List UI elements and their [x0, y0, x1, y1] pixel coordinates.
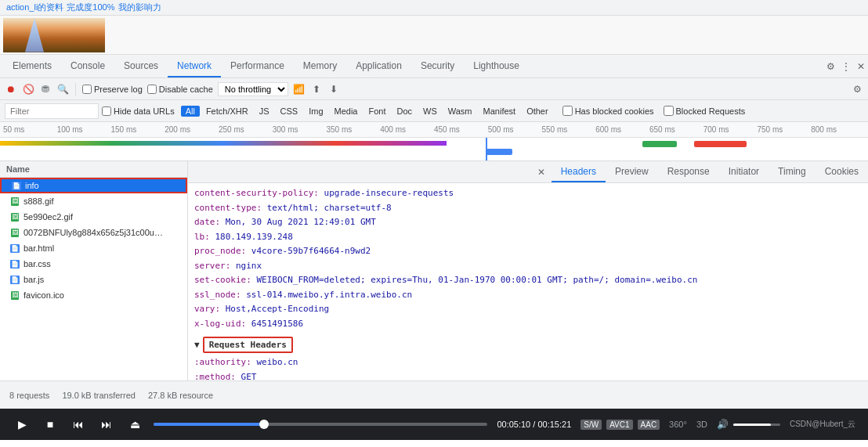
codec-avc1: AVC1: [606, 420, 632, 430]
panel-close-button[interactable]: ✕: [531, 161, 552, 182]
next-button[interactable]: ⏭: [97, 415, 116, 434]
panel-tab-response[interactable]: Response: [658, 161, 719, 182]
mark-600ms: 600 ms: [595, 125, 649, 134]
hide-data-urls-checkbox[interactable]: [102, 106, 111, 116]
panel-tab-preview[interactable]: Preview: [606, 161, 658, 182]
preserve-log-label[interactable]: Preserve log: [82, 85, 143, 94]
header-row-xloguid: x-log-uid: 6451491586: [194, 317, 862, 332]
file-item-barjs[interactable]: 📄 bar.js: [0, 272, 187, 287]
download-icon[interactable]: ⬇: [327, 83, 340, 96]
timeline-area[interactable]: 50 ms 100 ms 150 ms 200 ms 250 ms 300 ms…: [0, 122, 868, 161]
progress-bar[interactable]: [154, 423, 487, 426]
volume-icon[interactable]: 🔊: [717, 419, 729, 430]
request-headers-section[interactable]: ▼ Request Headers: [194, 334, 862, 355]
chip-css[interactable]: CSS: [276, 106, 303, 117]
timeline-bars: [0, 138, 868, 161]
mark-350ms: 350 ms: [327, 125, 381, 134]
settings2-icon[interactable]: ⚙: [851, 83, 863, 96]
timeline-bar-3: [694, 141, 746, 147]
throttle-select[interactable]: No throttling: [218, 82, 288, 96]
play-button[interactable]: ▶: [13, 415, 31, 434]
disable-cache-checkbox[interactable]: [147, 85, 157, 94]
volume-area: 🔊: [717, 419, 780, 430]
chip-doc[interactable]: Doc: [392, 106, 417, 117]
doc-icon-4: 📄: [9, 274, 20, 285]
arrow-icon: ▼: [194, 340, 200, 350]
preserve-log-checkbox[interactable]: [82, 85, 92, 94]
prev-button[interactable]: ⏮: [69, 415, 88, 434]
chip-all[interactable]: All: [181, 106, 200, 117]
chip-font[interactable]: Font: [363, 106, 390, 117]
chip-fetch-xhr[interactable]: Fetch/XHR: [201, 106, 253, 117]
file-item-s888gif[interactable]: 🖼 s888.gif: [0, 193, 187, 209]
tab-performance[interactable]: Performance: [221, 55, 294, 78]
volume-bar[interactable]: [733, 424, 780, 426]
tab-memory[interactable]: Memory: [294, 55, 346, 78]
headers-panel: ✕ Headers Preview Response Initiator Tim…: [188, 161, 868, 380]
upload-icon[interactable]: ⬆: [310, 83, 323, 96]
tab-lighthouse[interactable]: Lighthouse: [464, 55, 529, 78]
chip-js[interactable]: JS: [255, 106, 274, 117]
tab-security[interactable]: Security: [411, 55, 464, 78]
more-icon[interactable]: ⋮: [841, 61, 851, 72]
tab-application[interactable]: Application: [346, 55, 411, 78]
mark-400ms: 400 ms: [380, 125, 434, 134]
tab-console[interactable]: Console: [61, 55, 114, 78]
panel-tab-timing[interactable]: Timing: [769, 161, 816, 182]
mark-750ms: 750 ms: [758, 125, 812, 134]
blocked-requests-checkbox[interactable]: [664, 106, 674, 116]
tab-network[interactable]: Network: [168, 55, 221, 78]
mark-300ms: 300 ms: [273, 125, 327, 134]
chip-manifest[interactable]: Manifest: [479, 106, 521, 117]
mark-100ms: 100 ms: [57, 125, 111, 134]
has-blocked-label[interactable]: Has blocked cookies: [562, 106, 654, 116]
volume-fill: [733, 424, 771, 426]
panel-tabs: ✕ Headers Preview Response Initiator Tim…: [188, 161, 868, 183]
header-row-csp: content-security-policy: upgrade-insecur…: [194, 186, 862, 201]
file-item-barcss[interactable]: 📄 bar.css: [0, 256, 187, 272]
chip-other[interactable]: Other: [522, 106, 553, 117]
filter-input[interactable]: [5, 103, 99, 119]
panel-tab-cookies[interactable]: Cookies: [816, 161, 868, 182]
chip-wasm[interactable]: Wasm: [443, 106, 477, 117]
timeline-cursor: [486, 138, 487, 161]
network-toolbar: ⏺ 🚫 ⛃ 🔍 Preserve log Disable cache No th…: [0, 78, 868, 100]
file-item-0072bn[interactable]: 🖼 0072BNFUly8g884x656z5j31c00u0tdo.jpg?K…: [0, 225, 187, 240]
search-icon[interactable]: 🔍: [56, 83, 69, 96]
hide-data-urls-label[interactable]: Hide data URLs: [102, 106, 175, 116]
status-bar: 8 requests 19.0 kB transferred 27.8 kB r…: [0, 380, 868, 409]
influence-link[interactable]: 我的影响力: [118, 2, 161, 13]
tab-sources[interactable]: Sources: [114, 55, 168, 78]
request-headers-label: Request Headers: [203, 337, 293, 353]
has-blocked-checkbox[interactable]: [562, 106, 573, 116]
settings-icon[interactable]: ⚙: [826, 61, 835, 72]
requests-count: 8 requests: [9, 391, 49, 400]
disable-cache-label[interactable]: Disable cache: [147, 85, 213, 94]
resource-size: 27.8 kB resource: [148, 391, 213, 400]
stop-button[interactable]: ■: [41, 415, 60, 434]
transferred-size: 19.0 kB transferred: [62, 391, 136, 400]
file-name-barhtml: bar.html: [24, 243, 54, 253]
timeline-ruler: 50 ms 100 ms 150 ms 200 ms 250 ms 300 ms…: [0, 122, 868, 138]
mark-200ms: 200 ms: [165, 125, 219, 134]
eject-button[interactable]: ⏏: [125, 415, 144, 434]
file-item-5e990ec2gif[interactable]: 🖼 5e990ec2.gif: [0, 209, 187, 225]
timeline-bar-highlight: [486, 149, 512, 155]
site-name[interactable]: action_li的资料: [6, 2, 63, 13]
record-button[interactable]: ⏺: [5, 83, 17, 96]
three-d-display: 3D: [696, 420, 707, 429]
close-icon[interactable]: ✕: [857, 61, 865, 72]
chip-ws[interactable]: WS: [418, 106, 442, 117]
filter-icon[interactable]: ⛃: [39, 83, 52, 96]
blocked-requests-label[interactable]: Blocked Requests: [664, 106, 746, 116]
clear-button[interactable]: 🚫: [22, 83, 34, 96]
panel-tab-headers[interactable]: Headers: [552, 161, 606, 182]
chip-img[interactable]: Img: [304, 106, 327, 117]
file-item-barhtml[interactable]: 📄 bar.html: [0, 240, 187, 256]
file-item-info[interactable]: 📄 info: [0, 178, 187, 193]
panel-tab-initiator[interactable]: Initiator: [719, 161, 769, 182]
tab-elements[interactable]: Elements: [3, 55, 61, 78]
chip-media[interactable]: Media: [330, 106, 363, 117]
wifi-icon[interactable]: 📶: [293, 83, 306, 96]
file-item-faviconico[interactable]: 🖼 favicon.ico: [0, 287, 187, 303]
